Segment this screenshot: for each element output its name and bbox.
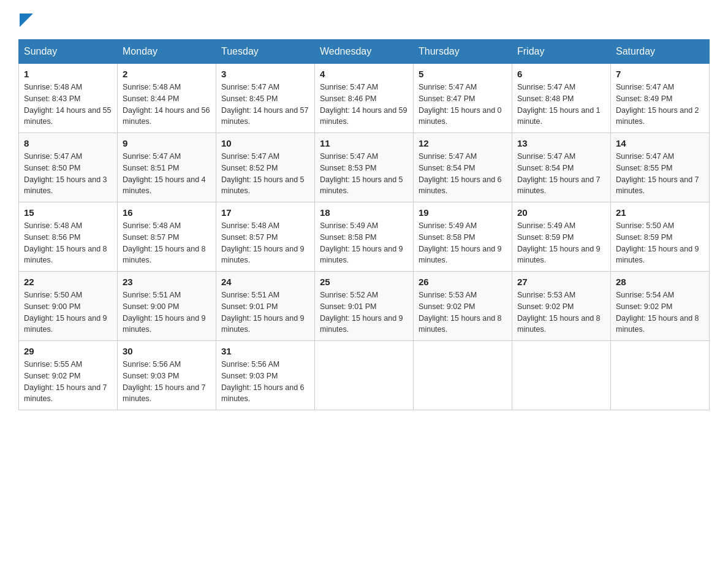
calendar-week-4: 22 Sunrise: 5:50 AM Sunset: 9:00 PM Dayl… [19, 272, 710, 341]
calendar-cell: 15 Sunrise: 5:48 AM Sunset: 8:56 PM Dayl… [19, 202, 118, 272]
calendar-week-1: 1 Sunrise: 5:48 AM Sunset: 8:43 PM Dayli… [19, 64, 710, 133]
day-info: Sunrise: 5:49 AM Sunset: 8:58 PM Dayligh… [320, 220, 408, 266]
calendar-week-5: 29 Sunrise: 5:55 AM Sunset: 9:02 PM Dayl… [19, 341, 710, 410]
calendar-cell: 6 Sunrise: 5:47 AM Sunset: 8:48 PM Dayli… [512, 64, 611, 133]
day-number: 18 [320, 207, 408, 218]
weekday-header-row: SundayMondayTuesdayWednesdayThursdayFrid… [19, 40, 710, 64]
day-number: 25 [320, 277, 408, 287]
day-info: Sunrise: 5:51 AM Sunset: 9:00 PM Dayligh… [123, 289, 211, 335]
day-number: 23 [123, 277, 211, 287]
calendar-cell: 20 Sunrise: 5:49 AM Sunset: 8:59 PM Dayl… [512, 202, 611, 272]
calendar-cell [611, 341, 710, 410]
day-number: 20 [517, 207, 605, 218]
day-info: Sunrise: 5:47 AM Sunset: 8:46 PM Dayligh… [320, 82, 408, 128]
day-info: Sunrise: 5:50 AM Sunset: 8:59 PM Dayligh… [616, 220, 704, 266]
calendar-cell: 2 Sunrise: 5:48 AM Sunset: 8:44 PM Dayli… [118, 64, 216, 133]
day-number: 11 [320, 138, 408, 148]
day-number: 21 [616, 207, 704, 218]
day-number: 8 [24, 138, 112, 148]
day-info: Sunrise: 5:49 AM Sunset: 8:59 PM Dayligh… [517, 220, 605, 266]
calendar-cell [512, 341, 611, 410]
day-number: 26 [419, 277, 507, 287]
calendar-cell: 14 Sunrise: 5:47 AM Sunset: 8:55 PM Dayl… [611, 133, 710, 202]
weekday-header-saturday: Saturday [611, 40, 710, 64]
page-header [18, 12, 710, 27]
day-number: 2 [123, 69, 211, 79]
day-number: 5 [419, 69, 507, 79]
day-info: Sunrise: 5:48 AM Sunset: 8:57 PM Dayligh… [221, 220, 309, 266]
day-info: Sunrise: 5:48 AM Sunset: 8:43 PM Dayligh… [24, 82, 112, 128]
calendar-cell: 4 Sunrise: 5:47 AM Sunset: 8:46 PM Dayli… [315, 64, 414, 133]
weekday-header-thursday: Thursday [414, 40, 512, 64]
calendar-cell: 26 Sunrise: 5:53 AM Sunset: 9:02 PM Dayl… [414, 272, 512, 341]
day-info: Sunrise: 5:47 AM Sunset: 8:53 PM Dayligh… [320, 151, 408, 197]
calendar-cell [315, 341, 414, 410]
day-number: 29 [24, 346, 112, 356]
day-info: Sunrise: 5:54 AM Sunset: 9:02 PM Dayligh… [616, 289, 704, 335]
day-info: Sunrise: 5:47 AM Sunset: 8:50 PM Dayligh… [24, 151, 112, 197]
calendar-cell: 19 Sunrise: 5:49 AM Sunset: 8:58 PM Dayl… [414, 202, 512, 272]
calendar-cell: 1 Sunrise: 5:48 AM Sunset: 8:43 PM Dayli… [19, 64, 118, 133]
day-number: 4 [320, 69, 408, 79]
day-number: 10 [221, 138, 309, 148]
calendar-cell: 23 Sunrise: 5:51 AM Sunset: 9:00 PM Dayl… [118, 272, 216, 341]
calendar-cell [414, 341, 512, 410]
calendar-cell: 11 Sunrise: 5:47 AM Sunset: 8:53 PM Dayl… [315, 133, 414, 202]
day-number: 6 [517, 69, 605, 79]
weekday-header-wednesday: Wednesday [315, 40, 414, 64]
day-info: Sunrise: 5:47 AM Sunset: 8:54 PM Dayligh… [517, 151, 605, 197]
logo-triangle-icon [20, 13, 33, 27]
day-number: 12 [419, 138, 507, 148]
calendar-table: SundayMondayTuesdayWednesdayThursdayFrid… [18, 39, 710, 410]
calendar-cell: 25 Sunrise: 5:52 AM Sunset: 9:01 PM Dayl… [315, 272, 414, 341]
day-number: 7 [616, 69, 704, 79]
day-info: Sunrise: 5:47 AM Sunset: 8:55 PM Dayligh… [616, 151, 704, 197]
calendar-cell: 13 Sunrise: 5:47 AM Sunset: 8:54 PM Dayl… [512, 133, 611, 202]
day-info: Sunrise: 5:56 AM Sunset: 9:03 PM Dayligh… [221, 359, 309, 405]
day-number: 1 [24, 69, 112, 79]
day-info: Sunrise: 5:47 AM Sunset: 8:47 PM Dayligh… [419, 82, 507, 128]
calendar-header: SundayMondayTuesdayWednesdayThursdayFrid… [19, 40, 710, 64]
day-info: Sunrise: 5:55 AM Sunset: 9:02 PM Dayligh… [24, 359, 112, 405]
day-info: Sunrise: 5:47 AM Sunset: 8:48 PM Dayligh… [517, 82, 605, 128]
weekday-header-friday: Friday [512, 40, 611, 64]
day-number: 24 [221, 277, 309, 287]
calendar-cell: 10 Sunrise: 5:47 AM Sunset: 8:52 PM Dayl… [216, 133, 315, 202]
calendar-cell: 30 Sunrise: 5:56 AM Sunset: 9:03 PM Dayl… [118, 341, 216, 410]
calendar-cell: 3 Sunrise: 5:47 AM Sunset: 8:45 PM Dayli… [216, 64, 315, 133]
day-number: 17 [221, 207, 309, 218]
day-number: 3 [221, 69, 309, 79]
calendar-cell: 9 Sunrise: 5:47 AM Sunset: 8:51 PM Dayli… [118, 133, 216, 202]
day-info: Sunrise: 5:51 AM Sunset: 9:01 PM Dayligh… [221, 289, 309, 335]
day-info: Sunrise: 5:47 AM Sunset: 8:51 PM Dayligh… [123, 151, 211, 197]
calendar-week-2: 8 Sunrise: 5:47 AM Sunset: 8:50 PM Dayli… [19, 133, 710, 202]
day-info: Sunrise: 5:50 AM Sunset: 9:00 PM Dayligh… [24, 289, 112, 335]
calendar-cell: 21 Sunrise: 5:50 AM Sunset: 8:59 PM Dayl… [611, 202, 710, 272]
calendar-cell: 12 Sunrise: 5:47 AM Sunset: 8:54 PM Dayl… [414, 133, 512, 202]
day-info: Sunrise: 5:47 AM Sunset: 8:45 PM Dayligh… [221, 82, 309, 128]
day-number: 27 [517, 277, 605, 287]
day-number: 31 [221, 346, 309, 356]
day-number: 15 [24, 207, 112, 218]
calendar-cell: 5 Sunrise: 5:47 AM Sunset: 8:47 PM Dayli… [414, 64, 512, 133]
day-number: 9 [123, 138, 211, 148]
day-info: Sunrise: 5:49 AM Sunset: 8:58 PM Dayligh… [419, 220, 507, 266]
calendar-cell: 7 Sunrise: 5:47 AM Sunset: 8:49 PM Dayli… [611, 64, 710, 133]
day-info: Sunrise: 5:53 AM Sunset: 9:02 PM Dayligh… [419, 289, 507, 335]
day-info: Sunrise: 5:52 AM Sunset: 9:01 PM Dayligh… [320, 289, 408, 335]
day-info: Sunrise: 5:48 AM Sunset: 8:56 PM Dayligh… [24, 220, 112, 266]
day-info: Sunrise: 5:47 AM Sunset: 8:52 PM Dayligh… [221, 151, 309, 197]
day-number: 19 [419, 207, 507, 218]
day-number: 30 [123, 346, 211, 356]
calendar-cell: 31 Sunrise: 5:56 AM Sunset: 9:03 PM Dayl… [216, 341, 315, 410]
calendar-cell: 18 Sunrise: 5:49 AM Sunset: 8:58 PM Dayl… [315, 202, 414, 272]
day-number: 13 [517, 138, 605, 148]
day-info: Sunrise: 5:48 AM Sunset: 8:44 PM Dayligh… [123, 82, 211, 128]
calendar-cell: 16 Sunrise: 5:48 AM Sunset: 8:57 PM Dayl… [118, 202, 216, 272]
day-info: Sunrise: 5:56 AM Sunset: 9:03 PM Dayligh… [123, 359, 211, 405]
calendar-cell: 27 Sunrise: 5:53 AM Sunset: 9:02 PM Dayl… [512, 272, 611, 341]
calendar-cell: 8 Sunrise: 5:47 AM Sunset: 8:50 PM Dayli… [19, 133, 118, 202]
calendar-cell: 28 Sunrise: 5:54 AM Sunset: 9:02 PM Dayl… [611, 272, 710, 341]
day-number: 16 [123, 207, 211, 218]
day-number: 28 [616, 277, 704, 287]
